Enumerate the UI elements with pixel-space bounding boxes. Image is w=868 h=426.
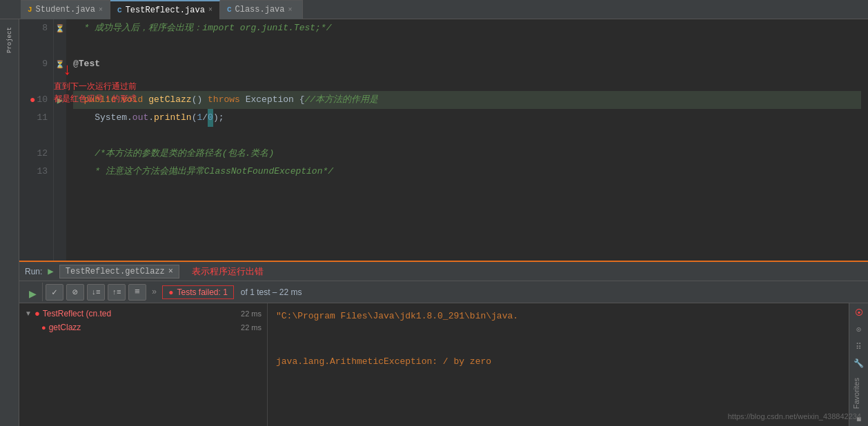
- marker-blank2: [54, 37, 66, 55]
- editor-container: 8 9 ●10 11 12 13 ▶: [19, 19, 868, 426]
- kw-void: void: [121, 91, 148, 109]
- line-num-blank2: [25, 73, 48, 91]
- toolbar-expand[interactable]: »: [152, 287, 157, 297]
- run-tab[interactable]: TestReflect.getClazz ×: [59, 265, 179, 278]
- comment-13: * 注意这个方法会抛出异常ClassNotFoundException*/: [73, 163, 333, 181]
- output-panel: "C:\Program Files\Java\jdk1.8.0_291\bin\…: [268, 303, 849, 426]
- dot2: .: [148, 109, 154, 127]
- run-annotation: 表示程序运行出错: [192, 265, 264, 278]
- run-play-icon: ▶: [48, 265, 53, 277]
- tree-item-getclazz[interactable]: ● getClazz 22 ms: [19, 321, 267, 334]
- run-play-button[interactable]: ▶: [29, 286, 37, 301]
- code-line-blank1: [73, 37, 861, 55]
- run-tab-label: TestReflect.getClazz: [66, 267, 165, 276]
- system: System: [95, 109, 127, 127]
- line-num-blank1: [25, 37, 48, 55]
- bookmark-markers: ▶ ⏳ ⏳: [54, 19, 66, 261]
- tab-testreflect-java[interactable]: C TestReflect.java ×: [110, 0, 220, 19]
- panel-error-icon[interactable]: ⦿: [851, 307, 867, 320]
- code-line-10: public void getClazz () throws Exception…: [73, 91, 861, 109]
- run-label: Run:: [25, 267, 42, 276]
- tests-info: of 1 test – 22 ms: [241, 287, 302, 297]
- output-line-1: "C:\Program Files\Java\jdk1.8.0_291\bin\…: [276, 309, 840, 324]
- code-content: * 成功导入后，程序会出现：import org.junit.Test;*/ @…: [66, 19, 868, 261]
- annotation-test: Test: [79, 55, 100, 73]
- hourglass-blank: ⏳: [55, 55, 65, 73]
- tree-item-testreflect[interactable]: ▼ ● TestReflect (cn.ted 22 ms: [19, 306, 267, 321]
- tests-failed-text: Tests failed: 1: [177, 287, 227, 297]
- tab-close[interactable]: ×: [208, 6, 213, 14]
- fn-getclazz: getClazz: [148, 91, 191, 109]
- dot1: .: [127, 109, 132, 127]
- run-left-sidebar: ▶: [23, 283, 43, 301]
- system-cls: [73, 109, 95, 127]
- parens: (): [192, 91, 208, 109]
- test-tree: ▼ ● TestReflect (cn.ted 22 ms ● getClazz…: [19, 303, 268, 426]
- line-num-13: 13: [25, 163, 48, 181]
- test-icon: C: [117, 6, 122, 14]
- tab-close[interactable]: ×: [288, 6, 293, 14]
- run-panel-header: Run: ▶ TestReflect.getClazz × 表示程序运行出错: [19, 262, 868, 281]
- toolbar-menu-btn[interactable]: ≡: [128, 284, 146, 301]
- marker-line10: ▶: [54, 91, 66, 109]
- main-area: Project 8 9 ●10 11 12 13: [0, 19, 868, 426]
- toolbar-sort-desc-btn[interactable]: ↑≡: [108, 284, 126, 301]
- panel-label-container: Favorites: [849, 374, 869, 409]
- tab-label: Class.java: [235, 5, 285, 14]
- output-line-blank2: [276, 339, 840, 354]
- line-num-12: 12: [25, 145, 48, 163]
- favorites-label: Favorites: [852, 378, 860, 409]
- tree-error-icon: ●: [34, 308, 40, 318]
- toolbar-stop-btn[interactable]: ⊘: [66, 284, 84, 301]
- toolbar-check-btn[interactable]: ✓: [46, 284, 63, 301]
- code-editor: 8 9 ●10 11 12 13 ▶: [19, 19, 868, 261]
- annotation-at: @: [73, 55, 79, 73]
- hourglass-8: ⏳: [55, 19, 65, 37]
- num0-highlight: 0: [208, 109, 213, 127]
- tab-student-java[interactable]: J Student.java ×: [21, 0, 110, 19]
- tests-failed-badge: ● Tests failed: 1: [162, 285, 234, 299]
- run-marker-icon: ▶: [57, 94, 63, 106]
- panel-link-icon[interactable]: ⊙: [851, 324, 867, 337]
- panel-dots-icon[interactable]: ⠿: [851, 341, 867, 354]
- panel-wrench-icon[interactable]: 🔧: [851, 358, 867, 371]
- marker-blank4: [54, 73, 66, 91]
- code-line-blank2: [73, 73, 861, 91]
- kw-throws: throws: [208, 91, 246, 109]
- tree-testreflect-label: TestReflect (cn.ted: [43, 309, 111, 318]
- watermark: https://blog.csdn.net/weixin_438842234: [728, 412, 861, 420]
- exception-type: Exception: [246, 91, 299, 109]
- project-icon[interactable]: Project: [5, 23, 14, 57]
- brace-open: {: [299, 91, 305, 109]
- toolbar-sort-asc-btn[interactable]: ↓≡: [87, 284, 105, 301]
- tree-getclazz-time: 22 ms: [241, 323, 262, 332]
- tree-testreflect-time: 22 ms: [241, 310, 262, 318]
- code-line-12: /*本方法的参数是类的全路径名(包名.类名): [73, 145, 861, 163]
- tab-label: TestReflect.java: [126, 6, 205, 15]
- run-tab-close[interactable]: ×: [168, 267, 173, 276]
- output-line-blank1: [276, 324, 840, 339]
- tab-class-java[interactable]: C Class.java ×: [220, 0, 303, 19]
- tab-close[interactable]: ×: [99, 6, 103, 14]
- tree-expand-icon: ▼: [25, 310, 32, 317]
- line-num-8: 8: [25, 19, 48, 37]
- paren1: (: [192, 109, 197, 127]
- code-comment-8: * 成功导入后，程序会出现：import org.junit.Test;*/: [73, 19, 331, 37]
- num1: 1: [197, 109, 202, 127]
- error-marker-icon: ●: [30, 91, 35, 109]
- tab-bar: J Student.java × C TestReflect.java × C …: [0, 0, 868, 19]
- code-line-8: * 成功导入后，程序会出现：import org.junit.Test;*/: [73, 19, 861, 37]
- line-numbers: 8 9 ●10 11 12 13: [19, 19, 54, 261]
- slash: /: [202, 109, 208, 127]
- line-num-blank3: [25, 127, 48, 145]
- right-panel-sidebar: ⦿ ⊙ ⠿ 🔧 Favorites ■: [849, 303, 868, 426]
- comment-12: /*本方法的参数是类的全路径名(包名.类名): [73, 145, 274, 163]
- output-line-exception: java.lang.ArithmeticException: / by zero: [276, 354, 840, 369]
- out: out: [132, 109, 148, 127]
- run-panel: Run: ▶ TestReflect.getClazz × 表示程序运行出错 ▶…: [19, 261, 868, 426]
- java-icon: J: [28, 6, 32, 14]
- tree-getclazz-error-icon: ●: [41, 323, 46, 332]
- code-line-9: @Test: [73, 55, 861, 73]
- run-content: ▼ ● TestReflect (cn.ted 22 ms ● getClazz…: [19, 303, 868, 426]
- num0: 0: [208, 112, 213, 123]
